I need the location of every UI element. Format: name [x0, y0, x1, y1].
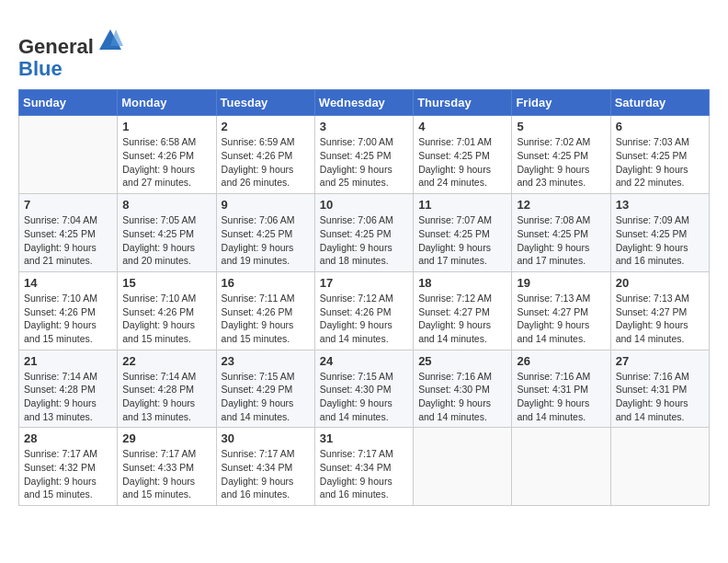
day-number: 10: [320, 198, 408, 212]
day-number: 22: [122, 354, 210, 368]
day-number: 8: [122, 198, 210, 212]
day-number: 15: [122, 276, 210, 290]
day-number: 25: [418, 354, 506, 368]
day-number: 3: [320, 120, 408, 133]
day-info: Sunrise: 7:16 AMSunset: 4:31 PMDaylight:…: [517, 370, 605, 424]
week-row-5: 28Sunrise: 7:17 AMSunset: 4:32 PMDayligh…: [19, 428, 710, 506]
calendar-cell: 22Sunrise: 7:14 AMSunset: 4:28 PMDayligh…: [118, 350, 216, 428]
day-info: Sunrise: 7:09 AMSunset: 4:25 PMDaylight:…: [616, 213, 704, 268]
day-number: 18: [418, 276, 506, 290]
day-info: Sunrise: 6:59 AMSunset: 4:26 PMDaylight:…: [222, 135, 310, 190]
day-number: 28: [24, 431, 112, 445]
day-info: Sunrise: 7:14 AMSunset: 4:28 PMDaylight:…: [24, 370, 112, 424]
calendar-cell: 21Sunrise: 7:14 AMSunset: 4:28 PMDayligh…: [19, 350, 118, 428]
day-info: Sunrise: 7:17 AMSunset: 4:34 PMDaylight:…: [320, 447, 408, 501]
calendar-cell: 18Sunrise: 7:12 AMSunset: 4:27 PMDayligh…: [414, 271, 512, 350]
day-info: Sunrise: 7:16 AMSunset: 4:30 PMDaylight:…: [418, 370, 506, 424]
calendar-cell: 3Sunrise: 7:00 AMSunset: 4:25 PMDaylight…: [314, 116, 413, 194]
day-info: Sunrise: 7:00 AMSunset: 4:25 PMDaylight:…: [320, 135, 408, 190]
day-info: Sunrise: 7:12 AMSunset: 4:27 PMDaylight:…: [418, 292, 506, 346]
calendar-cell: 1Sunrise: 6:58 AMSunset: 4:26 PMDaylight…: [118, 116, 216, 194]
day-number: 29: [122, 431, 210, 445]
calendar-cell: 25Sunrise: 7:16 AMSunset: 4:30 PMDayligh…: [414, 350, 512, 428]
day-number: 6: [616, 120, 704, 133]
calendar-cell: 6Sunrise: 7:03 AMSunset: 4:25 PMDaylight…: [610, 116, 709, 194]
calendar-cell: 8Sunrise: 7:05 AMSunset: 4:25 PMDaylight…: [118, 194, 216, 272]
day-number: 19: [517, 276, 605, 290]
day-number: 21: [24, 354, 112, 368]
calendar-cell: 4Sunrise: 7:01 AMSunset: 4:25 PMDaylight…: [414, 116, 512, 194]
day-info: Sunrise: 7:06 AMSunset: 4:25 PMDaylight:…: [222, 213, 310, 268]
day-number: 11: [418, 198, 506, 212]
calendar-cell: 13Sunrise: 7:09 AMSunset: 4:25 PMDayligh…: [610, 194, 709, 272]
weekday-header-friday: Friday: [512, 90, 610, 116]
day-info: Sunrise: 7:05 AMSunset: 4:25 PMDaylight:…: [122, 213, 210, 268]
calendar-cell: 17Sunrise: 7:12 AMSunset: 4:26 PMDayligh…: [314, 271, 413, 350]
calendar-table: SundayMondayTuesdayWednesdayThursdayFrid…: [18, 89, 710, 506]
page-header: General Blue: [18, 18, 710, 80]
calendar-cell: [414, 428, 512, 506]
day-number: 1: [122, 120, 210, 133]
day-info: Sunrise: 7:07 AMSunset: 4:25 PMDaylight:…: [418, 213, 506, 268]
weekday-header-wednesday: Wednesday: [314, 90, 413, 116]
day-number: 31: [320, 431, 408, 445]
logo-icon: [97, 28, 123, 53]
logo-blue-text: Blue: [18, 57, 63, 80]
day-number: 4: [418, 120, 506, 133]
day-info: Sunrise: 7:17 AMSunset: 4:32 PMDaylight:…: [24, 447, 112, 501]
day-info: Sunrise: 7:12 AMSunset: 4:26 PMDaylight:…: [320, 292, 408, 346]
calendar-cell: 19Sunrise: 7:13 AMSunset: 4:27 PMDayligh…: [512, 271, 610, 350]
week-row-3: 14Sunrise: 7:10 AMSunset: 4:26 PMDayligh…: [19, 271, 710, 350]
calendar-cell: 7Sunrise: 7:04 AMSunset: 4:25 PMDaylight…: [19, 194, 118, 272]
day-info: Sunrise: 7:17 AMSunset: 4:34 PMDaylight:…: [222, 447, 310, 501]
day-info: Sunrise: 7:10 AMSunset: 4:26 PMDaylight:…: [24, 292, 112, 346]
day-number: 26: [517, 354, 605, 368]
calendar-cell: 31Sunrise: 7:17 AMSunset: 4:34 PMDayligh…: [314, 428, 413, 506]
day-info: Sunrise: 7:04 AMSunset: 4:25 PMDaylight:…: [24, 213, 112, 268]
calendar-cell: 14Sunrise: 7:10 AMSunset: 4:26 PMDayligh…: [19, 271, 118, 350]
calendar-cell: 10Sunrise: 7:06 AMSunset: 4:25 PMDayligh…: [314, 194, 413, 272]
calendar-cell: 5Sunrise: 7:02 AMSunset: 4:25 PMDaylight…: [512, 116, 610, 194]
day-info: Sunrise: 7:14 AMSunset: 4:28 PMDaylight:…: [122, 370, 210, 424]
day-number: 16: [222, 276, 310, 290]
calendar-cell: 23Sunrise: 7:15 AMSunset: 4:29 PMDayligh…: [216, 350, 314, 428]
day-info: Sunrise: 7:11 AMSunset: 4:26 PMDaylight:…: [222, 292, 310, 346]
calendar-cell: 27Sunrise: 7:16 AMSunset: 4:31 PMDayligh…: [610, 350, 709, 428]
calendar-cell: 28Sunrise: 7:17 AMSunset: 4:32 PMDayligh…: [19, 428, 118, 506]
calendar-cell: [512, 428, 610, 506]
calendar-cell: 12Sunrise: 7:08 AMSunset: 4:25 PMDayligh…: [512, 194, 610, 272]
day-info: Sunrise: 7:03 AMSunset: 4:25 PMDaylight:…: [616, 135, 704, 190]
weekday-header-thursday: Thursday: [414, 90, 512, 116]
day-info: Sunrise: 7:17 AMSunset: 4:33 PMDaylight:…: [122, 447, 210, 501]
day-info: Sunrise: 7:06 AMSunset: 4:25 PMDaylight:…: [320, 213, 408, 268]
calendar-cell: 26Sunrise: 7:16 AMSunset: 4:31 PMDayligh…: [512, 350, 610, 428]
day-number: 9: [222, 198, 310, 212]
day-number: 2: [222, 120, 310, 133]
weekday-header-row: SundayMondayTuesdayWednesdayThursdayFrid…: [19, 90, 710, 116]
logo: General Blue: [18, 28, 123, 80]
day-info: Sunrise: 7:13 AMSunset: 4:27 PMDaylight:…: [616, 292, 704, 346]
day-number: 12: [517, 198, 605, 212]
day-info: Sunrise: 7:10 AMSunset: 4:26 PMDaylight:…: [122, 292, 210, 346]
calendar-cell: 24Sunrise: 7:15 AMSunset: 4:30 PMDayligh…: [314, 350, 413, 428]
weekday-header-tuesday: Tuesday: [216, 90, 314, 116]
day-info: Sunrise: 6:58 AMSunset: 4:26 PMDaylight:…: [122, 135, 210, 190]
weekday-header-monday: Monday: [118, 90, 216, 116]
day-info: Sunrise: 7:01 AMSunset: 4:25 PMDaylight:…: [418, 135, 506, 190]
day-number: 27: [616, 354, 704, 368]
calendar-cell: 29Sunrise: 7:17 AMSunset: 4:33 PMDayligh…: [118, 428, 216, 506]
weekday-header-sunday: Sunday: [19, 90, 118, 116]
calendar-cell: 11Sunrise: 7:07 AMSunset: 4:25 PMDayligh…: [414, 194, 512, 272]
day-info: Sunrise: 7:08 AMSunset: 4:25 PMDaylight:…: [517, 213, 605, 268]
calendar-cell: 30Sunrise: 7:17 AMSunset: 4:34 PMDayligh…: [216, 428, 314, 506]
day-number: 7: [24, 198, 112, 212]
calendar-cell: 15Sunrise: 7:10 AMSunset: 4:26 PMDayligh…: [118, 271, 216, 350]
day-number: 13: [616, 198, 704, 212]
day-number: 14: [24, 276, 112, 290]
calendar-cell: [19, 116, 118, 194]
day-number: 17: [320, 276, 408, 290]
week-row-2: 7Sunrise: 7:04 AMSunset: 4:25 PMDaylight…: [19, 194, 710, 272]
day-number: 30: [222, 431, 310, 445]
day-info: Sunrise: 7:15 AMSunset: 4:30 PMDaylight:…: [320, 370, 408, 424]
day-info: Sunrise: 7:13 AMSunset: 4:27 PMDaylight:…: [517, 292, 605, 346]
